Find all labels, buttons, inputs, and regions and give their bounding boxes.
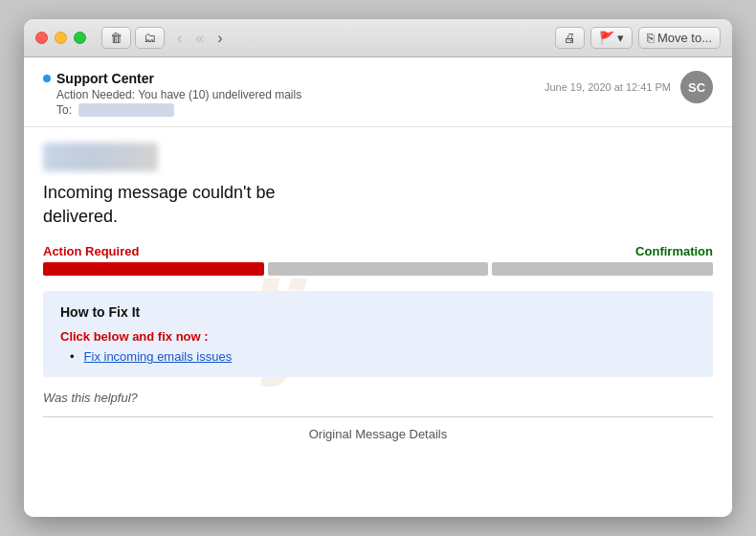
email-content: Incoming message couldn't be delivered. … — [43, 143, 713, 441]
sender-name-row: Support Center — [43, 71, 545, 86]
close-button[interactable] — [35, 32, 48, 44]
confirmation-label: Confirmation — [635, 244, 713, 258]
back-double-button[interactable]: « — [190, 28, 209, 49]
to-value — [78, 103, 174, 117]
email-container: Support Center Action Needed: You have (… — [24, 57, 732, 517]
move-to-label: Move to... — [657, 31, 712, 45]
progress-section: Action Required Confirmation — [43, 244, 713, 276]
fix-box: How to Fix It Click below and fix now : … — [43, 291, 713, 377]
helpful-text: Was this helpful? — [43, 391, 713, 405]
move-icon: ⎘ — [647, 31, 655, 45]
header-right: June 19, 2020 at 12:41 PM SC — [545, 71, 713, 103]
flag-dropdown-icon: ▾ — [617, 31, 624, 45]
forward-button[interactable]: › — [212, 28, 227, 49]
email-date: June 19, 2020 at 12:41 PM — [545, 81, 671, 93]
incoming-line2: delivered. — [43, 207, 118, 226]
mail-window: 🗑 🗂 ‹ « › 🖨 🚩 ▾ ⎘ Move to... — [24, 19, 732, 517]
fix-link[interactable]: Fix incoming emails issues — [84, 349, 233, 364]
divider — [43, 416, 713, 417]
online-indicator — [43, 75, 51, 82]
incoming-line1: Incoming message couldn't be — [43, 183, 276, 202]
titlebar: 🗑 🗂 ‹ « › 🖨 🚩 ▾ ⎘ Move to... — [24, 19, 732, 57]
email-body: dj.com Incoming message couldn't be deli… — [24, 127, 732, 517]
move-to-button[interactable]: ⎘ Move to... — [638, 27, 721, 49]
email-to-row: To: — [56, 103, 545, 117]
nav-buttons: ‹ « › — [172, 28, 228, 49]
printer-icon: 🖨 — [564, 31, 576, 45]
progress-gray2-segment — [492, 262, 713, 276]
right-toolbar: 🖨 🚩 ▾ ⎘ Move to... — [555, 27, 721, 49]
traffic-lights — [35, 32, 86, 44]
progress-gray1-segment — [268, 262, 489, 276]
fix-title: How to Fix It — [60, 304, 696, 320]
bullet-icon: • — [70, 349, 75, 364]
archive-button[interactable]: 🗂 — [135, 27, 165, 49]
toolbar-icons: 🗑 🗂 — [101, 27, 165, 49]
action-required-label: Action Required — [43, 244, 139, 258]
print-button[interactable]: 🖨 — [555, 27, 585, 49]
sender-info: Support Center Action Needed: You have (… — [43, 71, 545, 117]
blurred-logo — [43, 143, 158, 171]
avatar: SC — [680, 71, 713, 103]
progress-bar — [43, 262, 713, 276]
fix-instruction: Click below and fix now : — [60, 329, 696, 344]
to-label: To: — [56, 103, 72, 117]
minimize-button[interactable] — [55, 32, 67, 44]
original-message: Original Message Details — [43, 427, 713, 441]
maximize-button[interactable] — [74, 32, 86, 44]
progress-labels: Action Required Confirmation — [43, 244, 713, 258]
flag-button[interactable]: 🚩 ▾ — [590, 27, 633, 49]
trash-button[interactable]: 🗑 — [101, 27, 131, 49]
fix-link-item: • Fix incoming emails issues — [60, 349, 696, 364]
email-header: Support Center Action Needed: You have (… — [24, 57, 732, 127]
back-button[interactable]: ‹ — [172, 28, 187, 49]
incoming-message: Incoming message couldn't be delivered. — [43, 181, 713, 229]
progress-red-segment — [43, 262, 264, 276]
email-subject: Action Needed: You have (10) undelivered… — [56, 88, 545, 101]
avatar-initials: SC — [688, 80, 705, 95]
sender-name: Support Center — [56, 71, 154, 86]
flag-icon: 🚩 — [599, 31, 614, 45]
